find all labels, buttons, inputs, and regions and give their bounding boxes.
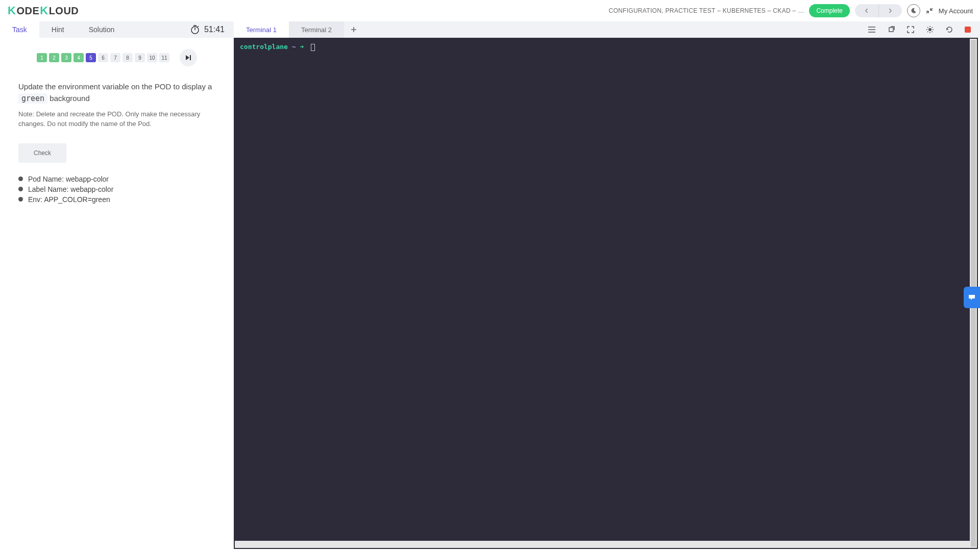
next-button[interactable]	[878, 4, 902, 17]
question-9[interactable]: 9	[135, 53, 145, 62]
breadcrumb[interactable]: CONFIGURATION, PRACTICE TEST – KUBERNETE…	[608, 7, 804, 14]
chevron-left-icon	[864, 8, 869, 13]
question-5[interactable]: 5	[86, 53, 96, 62]
terminal-scrollbar-horizontal[interactable]	[235, 541, 970, 548]
fullscreen-icon[interactable]	[906, 26, 915, 34]
chevron-right-icon	[888, 8, 893, 13]
logo-text-2: LOUD	[49, 5, 79, 17]
tab-terminal-1[interactable]: Terminal 1	[234, 21, 289, 38]
left-panel: Task Hint Solution 51:41 1234567891011	[0, 21, 234, 551]
account-link[interactable]: My Account	[939, 7, 973, 15]
collapse-button[interactable]	[925, 7, 934, 15]
bullet-icon	[18, 197, 23, 202]
list-item: Env: APP_COLOR=green	[18, 194, 215, 205]
tab-terminal-2[interactable]: Terminal 2	[289, 21, 344, 38]
right-panel: Terminal 1 Terminal 2 controlplane ~ ➜	[234, 21, 980, 551]
open-external-icon[interactable]	[887, 26, 895, 34]
menu-icon[interactable]	[868, 26, 876, 33]
task-note: Note: Delete and recreate the POD. Only …	[18, 109, 215, 129]
chat-icon	[968, 293, 976, 302]
theme-toggle-button[interactable]	[907, 4, 920, 17]
question-1[interactable]: 1	[37, 53, 47, 62]
app-header: K ODE K LOUD CONFIGURATION, PRACTICE TES…	[0, 0, 980, 21]
tabs-spacer: 51:41	[127, 21, 234, 38]
restore-icon[interactable]	[945, 26, 953, 34]
timer: 51:41	[190, 24, 225, 35]
chat-fab[interactable]	[964, 287, 980, 308]
question-7[interactable]: 7	[110, 53, 120, 62]
terminal[interactable]: controlplane ~ ➜	[234, 38, 978, 549]
skip-end-icon	[185, 54, 192, 61]
question-4[interactable]: 4	[74, 53, 84, 62]
question-3[interactable]: 3	[61, 53, 71, 62]
stopwatch-icon	[190, 24, 200, 35]
prev-button[interactable]	[855, 4, 878, 17]
question-10[interactable]: 10	[147, 53, 157, 62]
bullet-icon	[18, 177, 23, 181]
main: Task Hint Solution 51:41 1234567891011	[0, 21, 980, 551]
criteria-list: Pod Name: webapp-color Label Name: webap…	[18, 174, 215, 205]
prompt-arrow: ➜	[300, 43, 304, 51]
prompt-path: ~	[292, 43, 296, 51]
logo[interactable]: K ODE K LOUD	[7, 4, 79, 17]
task-code-chip: green	[18, 93, 47, 104]
logo-k-left-icon: K	[8, 4, 16, 17]
terminal-tabs: Terminal 1 Terminal 2	[234, 21, 980, 38]
header-left: K ODE K LOUD	[7, 4, 79, 17]
list-item: Label Name: webapp-color	[18, 184, 215, 194]
logo-text-1: ODE	[16, 5, 39, 17]
criteria-text: Label Name: webapp-color	[28, 185, 113, 193]
collapse-icon	[925, 7, 934, 15]
criteria-text: Pod Name: webapp-color	[28, 175, 109, 183]
left-tabs: Task Hint Solution 51:41	[0, 21, 234, 38]
terminal-cursor	[311, 44, 315, 51]
task-text: Update the environment variable on the P…	[18, 81, 215, 105]
header-right: CONFIGURATION, PRACTICE TEST – KUBERNETE…	[608, 4, 973, 17]
nav-arrows	[855, 4, 902, 17]
stop-button[interactable]	[965, 27, 971, 33]
question-6[interactable]: 6	[98, 53, 108, 62]
tab-hint[interactable]: Hint	[39, 21, 77, 38]
list-item: Pod Name: webapp-color	[18, 174, 215, 184]
moon-icon	[911, 8, 917, 14]
prompt-host: controlplane	[240, 43, 288, 51]
timer-value: 51:41	[204, 25, 225, 34]
tab-solution[interactable]: Solution	[77, 21, 127, 38]
questions-bar: 1234567891011	[0, 38, 234, 71]
question-11[interactable]: 11	[159, 53, 169, 62]
bullet-icon	[18, 187, 23, 191]
criteria-text: Env: APP_COLOR=green	[28, 195, 110, 204]
task-body: Update the environment variable on the P…	[0, 71, 234, 214]
complete-button[interactable]: Complete	[809, 4, 849, 17]
question-8[interactable]: 8	[122, 53, 133, 62]
tab-task[interactable]: Task	[0, 21, 39, 38]
task-text-post: background	[50, 94, 89, 103]
plus-icon	[351, 27, 357, 33]
add-terminal-button[interactable]	[344, 21, 363, 38]
check-button[interactable]: Check	[18, 143, 66, 163]
logo-k-right-icon: K	[40, 4, 48, 17]
brightness-icon[interactable]	[926, 26, 934, 34]
terminal-toolbar	[868, 21, 980, 38]
svg-point-1	[928, 28, 932, 31]
skip-to-end-button[interactable]	[180, 49, 197, 66]
question-2[interactable]: 2	[49, 53, 59, 62]
task-text-pre: Update the environment variable on the P…	[18, 82, 212, 91]
